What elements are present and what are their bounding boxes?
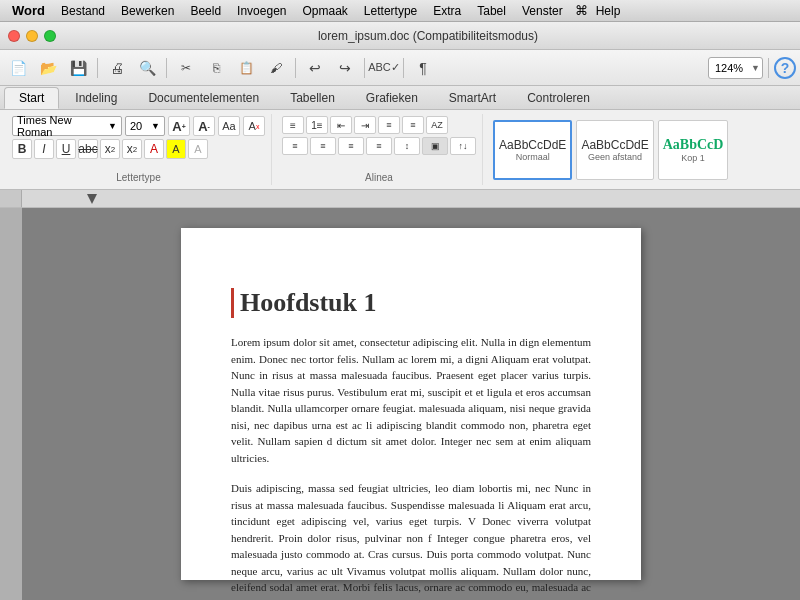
menu-lettertype[interactable]: Lettertype [356, 2, 425, 20]
style-geen-label: Geen afstand [588, 152, 642, 162]
style-geen-afstand[interactable]: AaBbCcDdE Geen afstand [576, 120, 653, 180]
vruler-svg: for(let i=1;i<=12;i++){ const y=i*40; do… [0, 208, 22, 600]
clear-format-button[interactable]: Ax [243, 116, 265, 136]
align-center2-button[interactable]: ≡ [310, 137, 336, 155]
font-name-arrow[interactable]: ▼ [108, 121, 117, 131]
line-spacing-button[interactable]: ↕ [394, 137, 420, 155]
menu-bar: Word Bestand Bewerken Beeld Invoegen Opm… [0, 0, 800, 22]
menu-invoegen[interactable]: Invoegen [229, 2, 294, 20]
spellcheck-button[interactable]: ABC✓ [370, 54, 398, 82]
shading-button[interactable]: ▣ [422, 137, 448, 155]
style-normaal[interactable]: AaBbCcDdE Normaal [493, 120, 572, 180]
outdent-button[interactable]: ⇤ [330, 116, 352, 134]
font-size-value: 20 [130, 120, 142, 132]
menu-beeld[interactable]: Beeld [182, 2, 229, 20]
sep2 [166, 58, 167, 78]
style-kop1-label: Kop 1 [681, 153, 705, 163]
zoom-arrow[interactable]: ▼ [749, 63, 762, 73]
open-button[interactable]: 📂 [34, 54, 62, 82]
font-name-selector[interactable]: Times New Roman ▼ [12, 116, 122, 136]
minimize-button[interactable] [26, 30, 38, 42]
maximize-button[interactable] [44, 30, 56, 42]
menu-help[interactable]: Help [588, 2, 629, 20]
menu-tabel[interactable]: Tabel [469, 2, 514, 20]
bullet-list-button[interactable]: ≡ [282, 116, 304, 134]
font-group: Times New Roman ▼ 20 ▼ A+ A- Aa Ax B I U… [6, 114, 272, 185]
ruler-svg: // Draw ruler ticks for(let i=0;i<=13;i+… [22, 190, 800, 208]
font-shrink-button[interactable]: A- [193, 116, 215, 136]
align-left-button[interactable]: ≡ [378, 116, 400, 134]
sort-button[interactable]: AZ [426, 116, 448, 134]
underline-button[interactable]: U [56, 139, 76, 159]
font-grow-button[interactable]: A+ [168, 116, 190, 136]
paragraph-2[interactable]: Duis adipiscing, massa sed feugiat ultri… [231, 480, 591, 600]
menu-bewerken[interactable]: Bewerken [113, 2, 182, 20]
preview-button[interactable]: 🔍 [133, 54, 161, 82]
highlight-button[interactable]: A [166, 139, 186, 159]
sep4 [364, 58, 365, 78]
help-button[interactable]: ? [774, 57, 796, 79]
text-effect-button[interactable]: A [188, 139, 208, 159]
tab-documentelementen[interactable]: Documentelementen [133, 87, 274, 109]
sep1 [97, 58, 98, 78]
style-kop1[interactable]: AaBbCcD Kop 1 [658, 120, 729, 180]
pilcrow-button[interactable]: ¶ [409, 54, 437, 82]
sep3 [295, 58, 296, 78]
font-case-button[interactable]: Aa [218, 116, 240, 136]
subscript-button[interactable]: x2 [122, 139, 142, 159]
ribbon-content: Times New Roman ▼ 20 ▼ A+ A- Aa Ax B I U… [0, 110, 800, 190]
bold-button[interactable]: B [12, 139, 32, 159]
paragraph-1[interactable]: Lorem ipsum dolor sit amet, consectetur … [231, 334, 591, 466]
numbered-list-button[interactable]: 1≡ [306, 116, 328, 134]
document-heading: Hoofdstuk 1 [231, 288, 591, 318]
format-painter[interactable]: 🖌 [262, 54, 290, 82]
tab-indeling[interactable]: Indeling [60, 87, 132, 109]
paste-button[interactable]: 📋 [232, 54, 260, 82]
strikethrough-button[interactable]: abc [78, 139, 98, 159]
indent-button[interactable]: ⇥ [354, 116, 376, 134]
window-title: lorem_ipsum.doc (Compatibiliteitsmodus) [64, 29, 792, 43]
align-center-button[interactable]: ≡ [402, 116, 424, 134]
menu-extra[interactable]: Extra [425, 2, 469, 20]
new-button[interactable]: 📄 [4, 54, 32, 82]
font-size-selector[interactable]: 20 ▼ [125, 116, 165, 136]
sep5 [403, 58, 404, 78]
cut-button[interactable]: ✂ [172, 54, 200, 82]
tab-grafieken[interactable]: Grafieken [351, 87, 433, 109]
tab-controleren[interactable]: Controleren [512, 87, 605, 109]
app-name: Word [4, 3, 53, 18]
toolbar: 📄 📂 💾 🖨 🔍 ✂ ⎘ 📋 🖌 ↩ ↪ ABC✓ ¶ ▼ ? [0, 50, 800, 86]
close-button[interactable] [8, 30, 20, 42]
align-left2-button[interactable]: ≡ [282, 137, 308, 155]
style-geen-preview: AaBbCcDdE [581, 138, 648, 152]
redo-button[interactable]: ↪ [331, 54, 359, 82]
menu-venster[interactable]: Venster [514, 2, 571, 20]
align-right-button[interactable]: ≡ [338, 137, 364, 155]
tab-start[interactable]: Start [4, 87, 59, 109]
menu-bestand[interactable]: Bestand [53, 2, 113, 20]
style-kop1-preview: AaBbCcD [663, 137, 724, 153]
save-button[interactable]: 💾 [64, 54, 92, 82]
paragraph-group-label: Alinea [365, 170, 393, 183]
menu-opmaak[interactable]: Opmaak [295, 2, 356, 20]
zoom-selector[interactable]: ▼ [708, 57, 763, 79]
zoom-input[interactable] [709, 62, 749, 74]
svg-rect-4 [0, 208, 22, 600]
font-color-button[interactable]: A [144, 139, 164, 159]
paragraph-group: ≡ 1≡ ⇤ ⇥ ≡ ≡ AZ ≡ ≡ ≡ ≡ ↕ ▣ ↑↓ Alinea [276, 114, 483, 185]
style-normaal-preview: AaBbCcDdE [499, 138, 566, 152]
document-page: Hoofdstuk 1 Lorem ipsum dolor sit amet, … [181, 228, 641, 580]
sep6 [768, 58, 769, 78]
print-button[interactable]: 🖨 [103, 54, 131, 82]
ruler-left [0, 190, 22, 207]
sort2-button[interactable]: ↑↓ [450, 137, 476, 155]
venster-icon: ⌘ [575, 3, 588, 18]
tab-smartart[interactable]: SmartArt [434, 87, 511, 109]
italic-button[interactable]: I [34, 139, 54, 159]
justify-button[interactable]: ≡ [366, 137, 392, 155]
superscript-button[interactable]: x2 [100, 139, 120, 159]
undo-button[interactable]: ↩ [301, 54, 329, 82]
tab-tabellen[interactable]: Tabellen [275, 87, 350, 109]
font-size-arrow[interactable]: ▼ [151, 121, 160, 131]
copy-button[interactable]: ⎘ [202, 54, 230, 82]
